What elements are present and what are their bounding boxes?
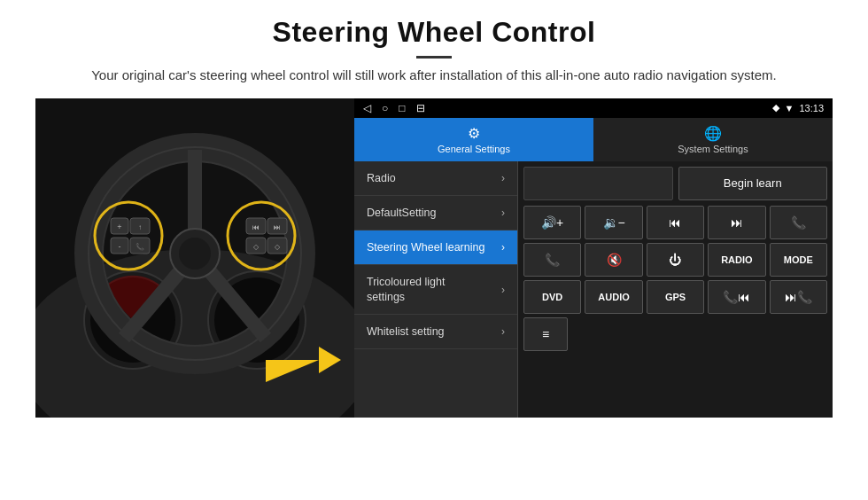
mute-icon: 🔇 [607, 253, 622, 267]
control-row-3: DVD AUDIO GPS 📞⏮ ⏭📞 [523, 280, 827, 314]
svg-text:◇: ◇ [253, 243, 260, 251]
radio-label: RADIO [721, 254, 752, 265]
menu-item-radio-label: Radio [367, 171, 396, 185]
chevron-icon-whitelist: › [501, 325, 505, 338]
phone-prev-button[interactable]: 📞⏮ [708, 280, 765, 314]
power-icon: ⏻ [669, 253, 681, 267]
vol-up-button[interactable]: 🔊+ [523, 206, 581, 239]
menu-item-default-label: DefaultSetting [367, 206, 437, 220]
general-settings-icon: ⚙ [468, 125, 480, 142]
home-icon[interactable]: ○ [382, 102, 388, 114]
back-icon[interactable]: ◁ [363, 102, 371, 114]
location-icon: ◆ [772, 102, 779, 113]
main-panel: Radio › DefaultSetting › Steering Wheel … [354, 161, 833, 418]
menu-icon[interactable]: ⊟ [416, 102, 425, 114]
tab-general-label: General Settings [438, 144, 510, 154]
status-nav-icons: ◁ ○ □ ⊟ [363, 102, 425, 114]
steering-wheel-svg: km/h rpm [35, 98, 354, 418]
wifi-icon: ▼ [785, 103, 794, 113]
vol-down-button[interactable]: 🔉− [585, 206, 642, 239]
tab-system-settings[interactable]: 🌐 System Settings [593, 118, 833, 161]
tab-bar: ⚙ General Settings 🌐 System Settings [354, 118, 833, 161]
empty-slot [523, 167, 673, 200]
right-panel: Begin learn 🔊+ 🔉− ⏮ [518, 161, 833, 418]
menu-item-default[interactable]: DefaultSetting › [354, 196, 517, 230]
dvd-label: DVD [542, 292, 562, 302]
chevron-icon-tricolour: › [501, 284, 505, 296]
svg-text:⏭: ⏭ [274, 223, 281, 231]
status-right-icons: ◆ ▼ 13:13 [772, 102, 824, 113]
svg-text:↑: ↑ [138, 223, 142, 231]
mode-label: MODE [784, 254, 813, 265]
svg-text:⏮: ⏮ [252, 223, 260, 231]
phone-prev-icon: 📞⏮ [723, 290, 750, 304]
answer-call-button[interactable]: 📞 [523, 243, 581, 277]
tab-general-settings[interactable]: ⚙ General Settings [354, 118, 593, 161]
dvd-button[interactable]: DVD [523, 280, 581, 314]
next-track-button[interactable]: ⏭ [708, 206, 765, 239]
prev-track-button[interactable]: ⏮ [647, 206, 704, 239]
power-button[interactable]: ⏻ [647, 243, 704, 277]
next-track-icon: ⏭ [731, 215, 743, 230]
tab-system-label: System Settings [678, 144, 748, 154]
svg-text:◇: ◇ [275, 243, 281, 251]
menu-item-tricolour[interactable]: Tricoloured lightsettings › [354, 265, 517, 315]
svg-point-15 [179, 238, 211, 270]
begin-learn-button[interactable]: Begin learn [678, 167, 828, 200]
top-row: Begin learn [523, 167, 827, 200]
gps-button[interactable]: GPS [647, 280, 704, 314]
left-menu: Radio › DefaultSetting › Steering Wheel … [354, 161, 518, 418]
svg-text:-: - [119, 242, 121, 251]
page-title: Steering Wheel Control [35, 16, 833, 49]
mode-button[interactable]: MODE [770, 243, 827, 277]
steering-wheel-photo: km/h rpm [35, 98, 354, 418]
vol-up-icon: 🔊+ [541, 215, 563, 230]
phone-next-icon: ⏭📞 [785, 290, 812, 304]
radio-button[interactable]: RADIO [708, 243, 765, 277]
audio-label: AUDIO [598, 292, 629, 302]
status-bar: ◁ ○ □ ⊟ ◆ ▼ 13:13 [354, 98, 833, 118]
mute-button[interactable]: 🔇 [585, 243, 642, 277]
list-icon: ≡ [542, 327, 549, 341]
content-area: km/h rpm [35, 98, 833, 418]
list-button[interactable]: ≡ [523, 317, 568, 351]
android-ui: ◁ ○ □ ⊟ ◆ ▼ 13:13 ⚙ General Settings [354, 98, 833, 418]
phone-button[interactable]: 📞 [770, 206, 827, 239]
gps-label: GPS [665, 292, 686, 302]
vol-down-icon: 🔉− [603, 215, 625, 230]
answer-icon: 📞 [545, 253, 560, 267]
control-row-4: ≡ [523, 317, 827, 351]
title-section: Steering Wheel Control Your original car… [35, 16, 833, 86]
svg-text:📞: 📞 [136, 242, 144, 251]
menu-item-whitelist[interactable]: Whitelist setting › [354, 315, 517, 349]
control-row-1: 🔊+ 🔉− ⏮ ⏭ 📞 [523, 206, 827, 239]
chevron-icon-radio: › [501, 172, 505, 184]
phone-icon: 📞 [791, 215, 806, 230]
prev-track-icon: ⏮ [669, 215, 681, 230]
audio-button[interactable]: AUDIO [585, 280, 642, 314]
menu-item-steering-label: Steering Wheel learning [367, 240, 484, 254]
chevron-icon-default: › [501, 207, 505, 219]
system-settings-icon: 🌐 [704, 125, 722, 142]
menu-item-radio[interactable]: Radio › [354, 161, 517, 196]
page-subtitle: Your original car's steering wheel contr… [35, 66, 833, 86]
recent-icon[interactable]: □ [399, 102, 405, 114]
phone-next-button[interactable]: ⏭📞 [770, 280, 827, 314]
control-row-2: 📞 🔇 ⏻ RADIO MODE [523, 243, 827, 277]
menu-item-tricolour-label: Tricoloured lightsettings [367, 275, 445, 304]
title-divider [416, 56, 452, 59]
menu-item-whitelist-label: Whitelist setting [367, 324, 445, 339]
chevron-icon-steering: › [501, 241, 505, 254]
clock: 13:13 [799, 103, 824, 113]
menu-item-steering[interactable]: Steering Wheel learning › [354, 230, 517, 265]
page-wrapper: Steering Wheel Control Your original car… [0, 0, 868, 418]
svg-text:+: + [117, 223, 121, 231]
